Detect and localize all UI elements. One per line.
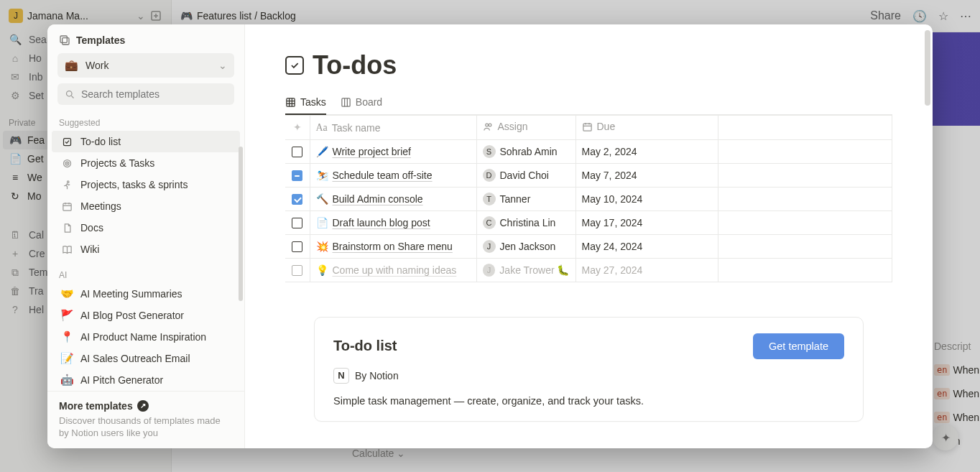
svg-point-13 xyxy=(489,124,491,126)
table-row[interactable]: 💡Come up with naming ideasJJake Trower 🐛… xyxy=(285,258,892,282)
template-item-projects-tasks-sprints[interactable]: Projects, tasks & sprints xyxy=(52,174,240,195)
svg-rect-14 xyxy=(583,124,591,131)
get-template-button[interactable]: Get template xyxy=(753,333,844,359)
view-tabs: Tasks Board xyxy=(285,96,892,115)
category-label: Work xyxy=(85,60,108,71)
template-item-ai-pitch-generator[interactable]: 🤖AI Pitch Generator xyxy=(52,369,240,391)
col-assign-header[interactable]: Assign xyxy=(476,116,575,140)
template-info-card: To-do list Get template N By Notion Simp… xyxy=(314,317,864,422)
template-item-to-do-list[interactable]: To-do list xyxy=(52,131,240,152)
template-item-wiki[interactable]: Wiki xyxy=(52,239,240,260)
svg-rect-2 xyxy=(63,38,69,45)
task-name[interactable]: Build Admin console xyxy=(333,193,423,205)
svg-rect-10 xyxy=(287,98,295,106)
template-item-ai-sales-outreach-email[interactable]: 📝AI Sales Outreach Email xyxy=(52,348,240,369)
avatar: D xyxy=(483,169,496,182)
preview-title: To-dos xyxy=(285,50,892,80)
assignee: Jen Jackson xyxy=(500,241,556,252)
table-row[interactable]: ⛷️Schedule team off-siteDDavid ChoiMay 7… xyxy=(285,163,892,187)
template-item-meetings[interactable]: Meetings xyxy=(52,195,240,217)
doc-icon xyxy=(60,221,73,234)
modal-preview: To-dos Tasks Board ✦ Aa Task name xyxy=(245,24,933,448)
checkbox[interactable] xyxy=(292,265,302,276)
table-row[interactable]: 🖊️Write project briefSSohrab AminMay 2, … xyxy=(285,139,892,163)
template-item-ai-blog-post-generator[interactable]: 🚩AI Blog Post Generator xyxy=(52,305,240,326)
run-icon xyxy=(60,178,73,191)
byline[interactable]: N By Notion xyxy=(333,368,844,384)
search-templates[interactable] xyxy=(57,83,234,105)
col-checkbox-header[interactable]: ✦ xyxy=(285,116,310,140)
avatar: S xyxy=(483,145,496,158)
search-input[interactable] xyxy=(81,88,227,100)
check-icon xyxy=(60,135,73,148)
table-icon xyxy=(285,97,296,108)
task-name[interactable]: Draft launch blog post xyxy=(333,217,430,228)
template-item-docs[interactable]: Docs xyxy=(52,217,240,239)
modal-title: Templates xyxy=(47,24,244,53)
notion-logo-icon: N xyxy=(333,368,349,384)
task-name[interactable]: Brainstorm on Share menu xyxy=(333,241,453,252)
task-name[interactable]: Come up with naming ideas xyxy=(333,264,457,276)
svg-point-8 xyxy=(67,180,69,182)
due-date: May 24, 2024 xyxy=(575,234,718,258)
due-date: May 2, 2024 xyxy=(575,139,718,163)
col-due-header[interactable]: Due xyxy=(575,116,718,140)
checkbox[interactable] xyxy=(292,170,302,181)
chevron-down-icon: ⌄ xyxy=(218,60,227,71)
svg-point-7 xyxy=(66,162,67,163)
col-name-header[interactable]: Aa Task name xyxy=(310,116,476,140)
modal-scrollbar[interactable] xyxy=(925,30,930,106)
due-date: May 27, 2024 xyxy=(575,258,718,282)
external-link-icon: ↗ xyxy=(137,400,149,412)
svg-rect-4 xyxy=(63,138,70,145)
svg-point-3 xyxy=(67,91,73,96)
templates-modal: Templates 💼 Work ⌄ Suggested To-do listP… xyxy=(47,24,933,448)
avatar: T xyxy=(483,193,496,205)
book-icon xyxy=(60,243,73,256)
checkbox[interactable] xyxy=(292,241,302,252)
target-icon xyxy=(60,157,73,170)
calendar-icon xyxy=(60,200,73,213)
checkbox[interactable] xyxy=(292,218,302,228)
templates-icon xyxy=(59,34,70,46)
assignee: David Choi xyxy=(500,170,549,181)
assignee: Christina Lin xyxy=(500,217,556,228)
more-templates[interactable]: More templates ↗ Discover thousands of t… xyxy=(47,391,244,448)
section-suggested: Suggested xyxy=(47,114,244,131)
card-description: Simple task management — create, organiz… xyxy=(333,395,844,407)
table-row[interactable]: 🔨Build Admin consoleTTannerMay 10, 2024 xyxy=(285,187,892,210)
due-date: May 17, 2024 xyxy=(575,210,718,234)
modal-sidebar: Templates 💼 Work ⌄ Suggested To-do listP… xyxy=(47,24,245,448)
tab-tasks[interactable]: Tasks xyxy=(285,96,326,114)
search-icon xyxy=(65,89,75,100)
table-row[interactable]: 💥Brainstorm on Share menuJJen JacksonMay… xyxy=(285,234,892,258)
due-date: May 7, 2024 xyxy=(575,163,718,187)
svg-rect-1 xyxy=(60,36,67,42)
avatar: J xyxy=(483,264,496,277)
category-selector[interactable]: 💼 Work ⌄ xyxy=(57,53,234,78)
assignee: Sohrab Amin xyxy=(500,146,558,157)
checkbox-icon xyxy=(285,56,304,75)
section-ai: AI xyxy=(47,266,244,283)
card-title: To-do list xyxy=(333,338,397,354)
avatar: C xyxy=(483,216,496,229)
checkbox[interactable] xyxy=(292,194,302,205)
tab-board[interactable]: Board xyxy=(341,96,382,114)
board-icon xyxy=(341,97,351,108)
briefcase-icon: 💼 xyxy=(65,59,78,72)
template-item-ai-product-name-inspiration[interactable]: 📍AI Product Name Inspiration xyxy=(52,326,240,348)
tasks-table: ✦ Aa Task name Assign Due 🖊️Write projec… xyxy=(285,115,892,282)
svg-rect-11 xyxy=(342,98,350,106)
template-item-ai-meeting-summaries[interactable]: 🤝AI Meeting Summaries xyxy=(52,283,240,305)
sidebar-scrollbar[interactable] xyxy=(239,147,243,301)
assignee: Tanner xyxy=(500,193,531,205)
avatar: J xyxy=(483,240,496,253)
task-name[interactable]: Schedule team off-site xyxy=(333,170,433,181)
checkbox[interactable] xyxy=(292,147,302,157)
svg-point-12 xyxy=(485,124,488,126)
template-item-projects-tasks[interactable]: Projects & Tasks xyxy=(52,152,240,174)
due-date: May 10, 2024 xyxy=(575,187,718,210)
table-row[interactable]: 📄Draft launch blog postCChristina LinMay… xyxy=(285,210,892,234)
task-name[interactable]: Write project brief xyxy=(333,146,411,157)
assignee: Jake Trower 🐛 xyxy=(499,264,569,276)
